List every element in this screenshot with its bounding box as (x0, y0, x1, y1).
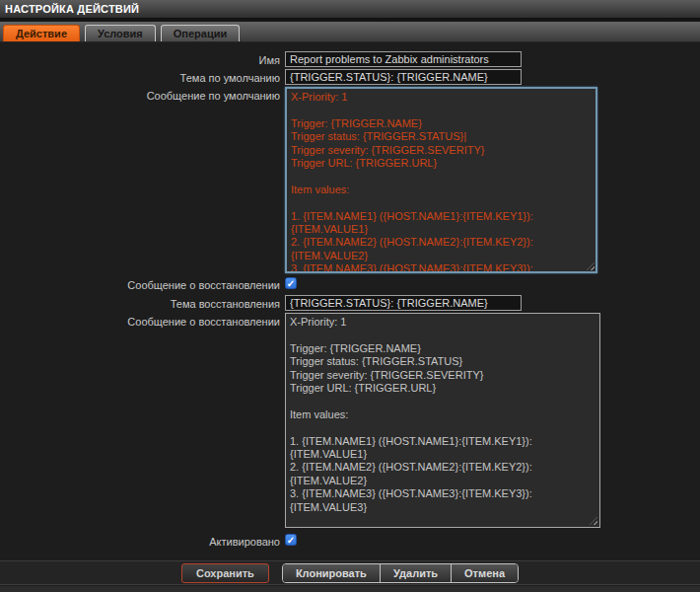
action-form: Имя Тема по умолчанию Сообщение по умолч… (0, 42, 700, 548)
field-row-name: Имя (0, 51, 700, 67)
tab-conditions[interactable]: Условия (85, 25, 156, 41)
field-row-default-subject: Тема по умолчанию (0, 69, 700, 85)
tab-action[interactable]: Действие (3, 25, 80, 41)
field-row-enabled: Активировано ✓ (0, 533, 700, 548)
recovery-message-checkbox[interactable]: ✓ (285, 277, 297, 289)
save-button[interactable]: Сохранить (181, 563, 269, 583)
default-subject-input[interactable] (285, 69, 522, 85)
enabled-checkbox[interactable]: ✓ (285, 534, 297, 546)
page-title: НАСТРОЙКА ДЕЙСТВИЙ (0, 0, 700, 19)
recovery-subject-label: Тема восстановления (0, 295, 285, 310)
recovery-message-textarea[interactable]: X-Priority: 1 Trigger: {TRIGGER.NAME} Tr… (285, 313, 600, 528)
name-input[interactable] (285, 51, 522, 67)
tab-operations[interactable]: Операции (161, 25, 240, 41)
recovery-message-label: Сообщение о восстановлении (0, 313, 285, 328)
page-bottom-strip (0, 586, 700, 592)
clone-button[interactable]: Клонировать (283, 564, 381, 582)
enabled-label: Активировано (0, 533, 285, 548)
tab-bar: Действие Условия Операции (0, 22, 700, 42)
recovery-checkbox-label: Сообщение о восстановлении (0, 276, 285, 291)
recovery-subject-input[interactable] (285, 295, 522, 311)
default-message-textarea[interactable]: X-Priority: 1 Trigger: {TRIGGER.NAME} Tr… (285, 87, 597, 273)
field-row-recovery-message: Сообщение о восстановлении X-Priority: 1… (0, 313, 700, 528)
secondary-button-group: Клонировать Удалить Отмена (282, 563, 519, 583)
field-row-default-message: Сообщение по умолчанию X-Priority: 1 Tri… (0, 87, 700, 273)
default-subject-label: Тема по умолчанию (0, 69, 285, 84)
name-label: Имя (0, 51, 285, 66)
field-row-recovery-subject: Тема восстановления (0, 295, 700, 311)
button-bar: Сохранить Клонировать Удалить Отмена (0, 560, 700, 585)
cancel-button[interactable]: Отмена (452, 564, 518, 582)
delete-button[interactable]: Удалить (381, 564, 452, 582)
field-row-recovery-checkbox: Сообщение о восстановлении ✓ (0, 276, 700, 291)
default-message-label: Сообщение по умолчанию (0, 87, 285, 102)
